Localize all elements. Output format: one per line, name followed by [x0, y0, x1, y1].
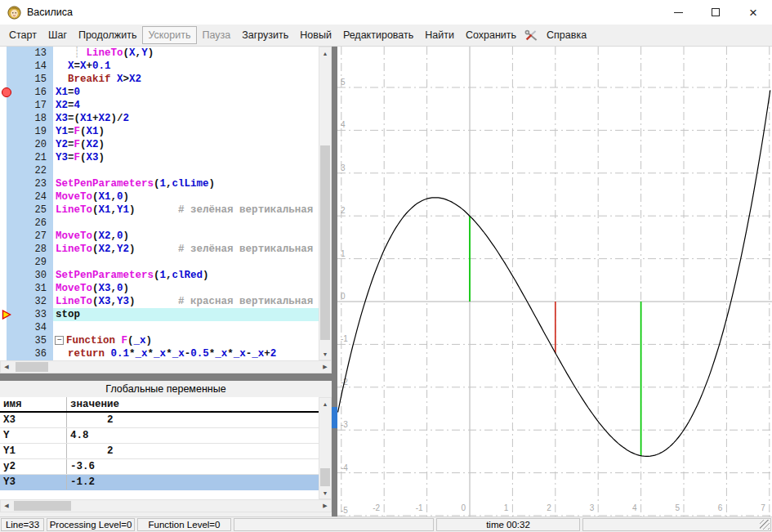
code-text[interactable]: [53, 321, 319, 334]
code-line-25[interactable]: 25LineTo(X1,Y1) # зелёная вертикальная: [0, 203, 319, 217]
menu-item-continue[interactable]: Продолжить: [73, 26, 142, 44]
line-number[interactable]: 24: [7, 190, 53, 203]
code-line-32[interactable]: 32LineTo(X3,Y3) # красная вертикальная: [0, 295, 319, 308]
line-number[interactable]: 25: [7, 203, 53, 217]
title-bar[interactable]: Василиса ×: [0, 0, 772, 25]
line-number[interactable]: 20: [7, 138, 53, 151]
variables-horizontal-scrollbar[interactable]: ◀ ▶: [0, 499, 332, 512]
code-text[interactable]: SetPenParameters(1,clLime): [53, 177, 319, 190]
code-line-16[interactable]: 16X1=0: [0, 86, 319, 99]
line-number[interactable]: 30: [7, 269, 53, 282]
code-text[interactable]: MoveTo(X2,0): [53, 230, 319, 243]
horizontal-splitter[interactable]: [0, 373, 332, 381]
line-number[interactable]: 29: [7, 256, 53, 269]
variables-vertical-scrollbar[interactable]: ▲ ▼: [319, 397, 332, 499]
menu-item-pause[interactable]: Пауза: [197, 26, 237, 44]
code-text[interactable]: Y1=F(X1): [53, 125, 319, 138]
code-line-15[interactable]: 15 Breakif X>X2: [0, 73, 319, 86]
line-number[interactable]: 33: [7, 308, 53, 321]
code-text[interactable]: [53, 164, 319, 177]
code-text[interactable]: LineTo(X1,Y1) # зелёная вертикальная: [53, 203, 319, 217]
scroll-left-icon[interactable]: ◀: [1, 500, 12, 512]
line-number[interactable]: 21: [7, 151, 53, 164]
code-editor[interactable]: 13 ┊ LineTo(X,Y)14 X=X+0.115 Breakif X>X…: [0, 47, 319, 360]
vertical-splitter[interactable]: [332, 47, 337, 516]
code-text[interactable]: −Function F(_x): [53, 334, 319, 347]
breakpoint-icon[interactable]: [2, 87, 11, 97]
code-text[interactable]: X2=4: [53, 99, 319, 112]
code-line-21[interactable]: 21Y3=F(X3): [0, 151, 319, 164]
minimize-button[interactable]: [659, 0, 697, 25]
code-text[interactable]: X=X+0.1: [53, 60, 319, 73]
editor-horizontal-scrollbar[interactable]: ◀ ▶: [0, 360, 332, 373]
code-text[interactable]: MoveTo(X3,0): [53, 282, 319, 295]
maximize-button[interactable]: [697, 0, 734, 25]
code-text[interactable]: stop: [53, 308, 319, 321]
menu-item-edit[interactable]: Редактировать: [337, 26, 419, 44]
code-line-13[interactable]: 13 ┊ LineTo(X,Y): [0, 47, 319, 60]
menu-item-step[interactable]: Шаг: [42, 26, 73, 44]
line-number[interactable]: 28: [7, 243, 53, 256]
line-number[interactable]: 19: [7, 125, 53, 138]
line-number[interactable]: 32: [7, 295, 53, 308]
line-number[interactable]: 13: [7, 47, 53, 60]
variable-row-Y1[interactable]: Y1 2: [0, 444, 319, 459]
line-number[interactable]: 34: [7, 321, 53, 334]
code-line-34[interactable]: 34: [0, 321, 319, 334]
code-text[interactable]: LineTo(X3,Y3) # красная вертикальная: [53, 295, 319, 308]
code-text[interactable]: X3=(X1+X2)/2: [53, 112, 319, 125]
code-text[interactable]: LineTo(X2,Y2) # зелёная вертикальная: [53, 243, 319, 256]
menu-item-find[interactable]: Найти: [419, 26, 460, 44]
menu-item-new[interactable]: Новый: [294, 26, 337, 44]
code-line-26[interactable]: 26: [0, 217, 319, 230]
code-text[interactable]: return 0.1*_x*_x*_x-0.5*_x*_x-_x+2: [53, 347, 319, 360]
menu-item-load[interactable]: Загрузить: [236, 26, 294, 44]
code-line-35[interactable]: 35−Function F(_x): [0, 334, 319, 347]
code-line-31[interactable]: 31MoveTo(X3,0): [0, 282, 319, 295]
editor-vertical-scrollbar[interactable]: ▲ ▼: [319, 47, 332, 360]
code-text[interactable]: X1=0: [53, 86, 319, 99]
code-text[interactable]: Y3=F(X3): [53, 151, 319, 164]
line-number[interactable]: 22: [7, 164, 53, 177]
menu-item-help[interactable]: Справка: [541, 26, 592, 44]
code-text[interactable]: Breakif X>X2: [53, 73, 319, 86]
line-number[interactable]: 31: [7, 282, 53, 295]
code-text[interactable]: Y2=F(X2): [53, 138, 319, 151]
code-line-29[interactable]: 29: [0, 256, 319, 269]
variable-row-Y3[interactable]: Y3-1.2: [0, 475, 319, 490]
line-number[interactable]: 15: [7, 73, 53, 86]
line-number[interactable]: 36: [7, 347, 53, 360]
tools-icon[interactable]: [524, 29, 538, 42]
resize-grip[interactable]: [760, 520, 770, 530]
code-line-20[interactable]: 20Y2=F(X2): [0, 138, 319, 151]
code-text[interactable]: MoveTo(X1,0): [53, 190, 319, 203]
line-number[interactable]: 18: [7, 112, 53, 125]
code-line-17[interactable]: 17X2=4: [0, 99, 319, 112]
code-line-14[interactable]: 14 X=X+0.1: [0, 60, 319, 73]
menu-item-start[interactable]: Старт: [3, 26, 42, 44]
scroll-up-icon[interactable]: ▲: [319, 47, 331, 59]
fold-collapse-icon[interactable]: −: [55, 336, 64, 345]
scrollbar-thumb[interactable]: [320, 145, 330, 340]
code-line-23[interactable]: 23SetPenParameters(1,clLime): [0, 177, 319, 190]
menu-item-save[interactable]: Сохранить: [460, 26, 522, 44]
code-line-36[interactable]: 36 return 0.1*_x*_x*_x-0.5*_x*_x-_x+2: [0, 347, 319, 360]
scroll-down-icon[interactable]: ▼: [319, 487, 331, 498]
code-text[interactable]: ┊ LineTo(X,Y): [53, 47, 319, 60]
scrollbar-thumb[interactable]: [14, 501, 71, 511]
variable-row-Y[interactable]: Y4.8: [0, 428, 319, 444]
code-line-28[interactable]: 28LineTo(X2,Y2) # зелёная вертикальная: [0, 243, 319, 256]
code-text[interactable]: SetPenParameters(1,clRed): [53, 269, 319, 282]
line-number[interactable]: 16: [7, 86, 53, 99]
code-line-33[interactable]: 33stop: [0, 308, 319, 321]
code-line-18[interactable]: 18X3=(X1+X2)/2: [0, 112, 319, 125]
variable-row-X3[interactable]: X3 2: [0, 413, 319, 428]
menu-item-accelerate[interactable]: Ускорить: [142, 26, 196, 44]
line-number[interactable]: 26: [7, 217, 53, 230]
code-text[interactable]: [53, 217, 319, 230]
close-button[interactable]: ×: [734, 0, 772, 25]
scrollbar-thumb[interactable]: [16, 362, 48, 372]
splitter-handle[interactable]: [332, 407, 337, 428]
scroll-up-icon[interactable]: ▲: [319, 398, 331, 409]
scroll-right-icon[interactable]: ▶: [319, 361, 331, 373]
